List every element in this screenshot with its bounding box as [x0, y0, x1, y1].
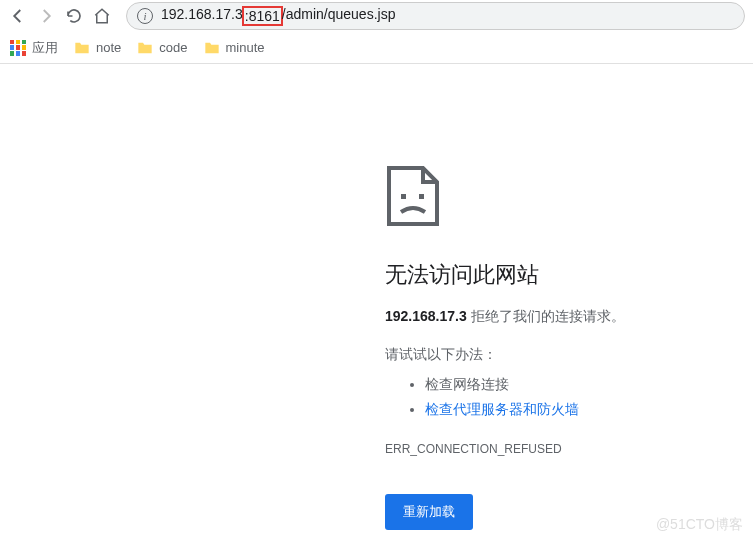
home-button[interactable]: [92, 6, 112, 26]
bookmarks-bar: 应用 note code minute: [0, 32, 753, 64]
reload-page-button[interactable]: 重新加载: [385, 494, 473, 530]
folder-icon: [137, 41, 153, 55]
apps-icon: [10, 40, 26, 56]
bookmark-label: code: [159, 40, 187, 55]
suggestion-check-proxy: 检查代理服务器和防火墙: [425, 397, 753, 422]
svg-rect-1: [419, 194, 424, 199]
address-bar[interactable]: i 192.168.17.3:8161/admin/queues.jsp: [126, 2, 745, 30]
watermark: @51CTO博客: [656, 516, 743, 534]
url-host: 192.168.17.3: [161, 6, 243, 26]
bookmark-minute[interactable]: minute: [204, 40, 265, 55]
folder-icon: [74, 41, 90, 55]
error-description: 192.168.17.3 拒绝了我们的连接请求。: [385, 308, 753, 326]
back-button[interactable]: [8, 6, 28, 26]
url-path: /admin/queues.jsp: [282, 6, 396, 26]
site-info-icon[interactable]: i: [137, 8, 153, 24]
error-try-label: 请试试以下办法：: [385, 346, 753, 364]
suggestion-check-network: 检查网络连接: [425, 372, 753, 397]
error-title: 无法访问此网站: [385, 260, 753, 290]
error-host: 192.168.17.3: [385, 308, 467, 324]
forward-button[interactable]: [36, 6, 56, 26]
bookmark-note[interactable]: note: [74, 40, 121, 55]
url-text: 192.168.17.3:8161/admin/queues.jsp: [161, 6, 395, 26]
proxy-firewall-link[interactable]: 检查代理服务器和防火墙: [425, 401, 579, 417]
browser-toolbar: i 192.168.17.3:8161/admin/queues.jsp: [0, 0, 753, 32]
bookmark-label: minute: [226, 40, 265, 55]
error-page: 无法访问此网站 192.168.17.3 拒绝了我们的连接请求。 请试试以下办法…: [0, 64, 753, 530]
sad-document-icon: [385, 164, 441, 228]
apps-button[interactable]: 应用: [10, 39, 58, 57]
error-desc-text: 拒绝了我们的连接请求。: [467, 308, 625, 324]
error-suggestions: 检查网络连接 检查代理服务器和防火墙: [385, 372, 753, 422]
apps-label: 应用: [32, 39, 58, 57]
url-port-highlight: :8161: [242, 6, 283, 26]
svg-rect-0: [401, 194, 406, 199]
bookmark-label: note: [96, 40, 121, 55]
reload-button[interactable]: [64, 6, 84, 26]
bookmark-code[interactable]: code: [137, 40, 187, 55]
error-code: ERR_CONNECTION_REFUSED: [385, 442, 753, 456]
folder-icon: [204, 41, 220, 55]
